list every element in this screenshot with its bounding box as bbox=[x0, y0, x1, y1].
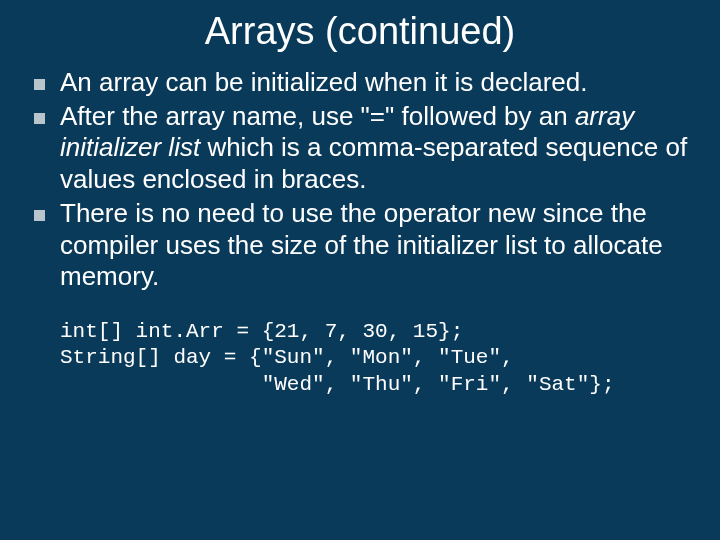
bullet-text: An array can be initialized when it is d… bbox=[60, 67, 588, 97]
bullet-item-1: An array can be initialized when it is d… bbox=[26, 67, 690, 99]
bullet-text-prefix: After the array name, use "=" followed b… bbox=[60, 101, 575, 131]
slide: Arrays (continued) An array can be initi… bbox=[0, 0, 720, 540]
bullet-item-3: There is no need to use the operator new… bbox=[26, 198, 690, 293]
bullet-text: There is no need to use the operator new… bbox=[60, 198, 663, 291]
code-block: int[] int.Arr = {21, 7, 30, 15}; String[… bbox=[60, 319, 700, 398]
bullet-list: An array can be initialized when it is d… bbox=[20, 67, 700, 293]
bullet-item-2: After the array name, use "=" followed b… bbox=[26, 101, 690, 196]
slide-title: Arrays (continued) bbox=[20, 10, 700, 53]
